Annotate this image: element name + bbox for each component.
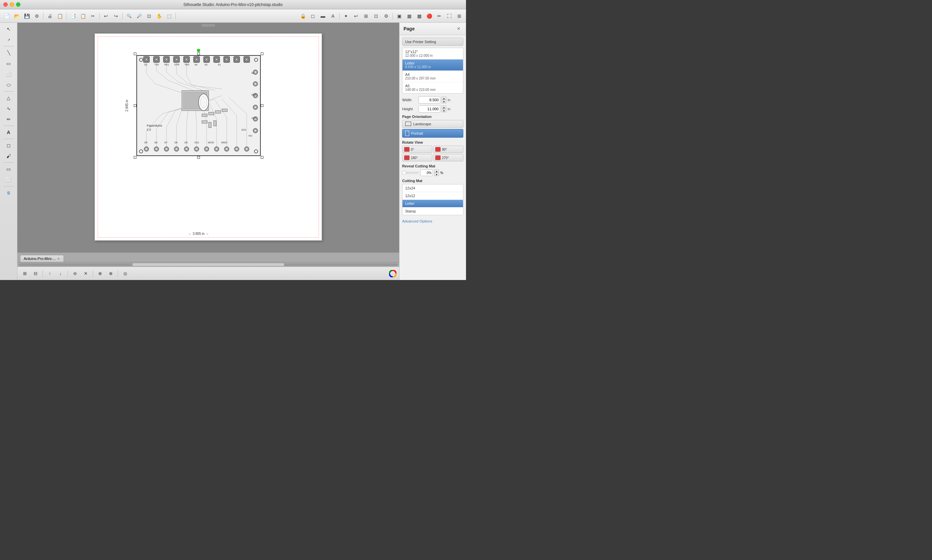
zoom-out-btn[interactable]: 🔎 — [134, 11, 144, 21]
node2-btn[interactable]: ⊞ — [361, 11, 371, 21]
width-input[interactable] — [419, 96, 440, 103]
node-btn[interactable]: ✦ — [341, 11, 351, 21]
node-tool[interactable]: ↗ — [3, 35, 15, 45]
undo-btn[interactable]: ↩ — [101, 11, 111, 21]
paint-tool[interactable]: 🖌 — [3, 151, 15, 161]
zoom-in-btn[interactable]: 🔍 — [124, 11, 134, 21]
boolean-subtract-btn[interactable]: ⊖ — [70, 269, 80, 278]
minimize-button[interactable] — [10, 2, 14, 7]
fill-btn[interactable]: ◻ — [308, 11, 317, 21]
bring-front-btn[interactable]: ↑ — [45, 269, 54, 278]
sel-handle-ml[interactable] — [134, 104, 136, 107]
open-btn[interactable]: 📂 — [12, 11, 22, 21]
page-size-a5[interactable]: A5 148.00 x 210.00 mm — [402, 82, 463, 93]
layer2-btn[interactable]: ▦ — [405, 11, 414, 21]
mat-12x24[interactable]: 12x24 — [402, 185, 463, 192]
sel-handle-tr[interactable] — [261, 52, 263, 55]
close-button[interactable] — [3, 2, 8, 7]
rotate-0-btn[interactable]: 0° — [402, 146, 432, 153]
tab-close-btn[interactable]: × — [57, 257, 60, 261]
width-down-btn[interactable]: ▼ — [442, 100, 446, 103]
new-btn[interactable]: 📄 — [2, 11, 11, 21]
height-input[interactable] — [419, 105, 440, 112]
undo2-btn[interactable]: ↩ — [351, 11, 361, 21]
send-back-btn[interactable]: ↓ — [56, 269, 65, 278]
stroke-btn[interactable]: ▬ — [318, 11, 328, 21]
sel-handle-bl[interactable] — [134, 156, 136, 159]
color-wheel[interactable] — [389, 270, 396, 277]
line-tool[interactable]: ╲ — [3, 48, 15, 58]
h-scrollbar-thumb[interactable] — [132, 263, 284, 266]
reveal-down-btn[interactable]: ▼ — [434, 173, 439, 176]
rect-tool[interactable]: ▭ — [3, 58, 15, 69]
layer3-btn[interactable]: ▩ — [414, 11, 424, 21]
sel-handle-tm[interactable] — [197, 52, 200, 55]
mat-letter[interactable]: Letter — [402, 200, 463, 208]
panel-close-btn[interactable]: × — [455, 25, 462, 32]
color-btn[interactable]: 🔴 — [425, 11, 434, 21]
canvas-scroll[interactable]: 2.945 in — [17, 27, 399, 252]
height-down-btn[interactable]: ▼ — [442, 109, 446, 112]
polygon-tool[interactable]: △ — [3, 93, 15, 103]
sel-handle-tl[interactable] — [134, 52, 136, 55]
media2-tool[interactable]: ⬜ — [3, 175, 15, 185]
page-size-12x12[interactable]: 12"x12" 12.000 x 12.000 in — [402, 48, 463, 60]
pen-btn[interactable]: ✏ — [434, 11, 444, 21]
grid-btn[interactable]: ⊞ — [454, 11, 464, 21]
silhouette-tool[interactable]: S — [3, 188, 15, 198]
cut-btn[interactable]: ✂ — [88, 11, 98, 21]
rotate-180-btn[interactable]: 180° — [402, 154, 432, 162]
use-printer-btn[interactable]: Use Printer Setting — [402, 38, 463, 46]
settings-btn[interactable]: ⚙ — [32, 11, 42, 21]
align-btn[interactable]: ⚙ — [381, 11, 391, 21]
rounded-rect-tool[interactable]: ⬜ — [3, 69, 15, 79]
zoom-fit-btn[interactable]: ⊡ — [145, 11, 154, 21]
group1-btn[interactable]: ⊞ — [20, 269, 29, 278]
text-tool[interactable]: A — [3, 127, 15, 137]
sel-handle-br[interactable] — [261, 156, 263, 159]
frame-btn[interactable]: ⬚ — [165, 11, 174, 21]
redo-btn[interactable]: ↪ — [111, 11, 121, 21]
pull-handle[interactable] — [202, 24, 215, 27]
pan-btn[interactable]: ✋ — [154, 11, 164, 21]
copy-btn[interactable]: 📑 — [68, 11, 77, 21]
select-tool[interactable]: ↖ — [3, 24, 15, 34]
mat-12x12[interactable]: 12x12 — [402, 192, 463, 200]
pencil-tool[interactable]: ✏ — [3, 114, 15, 124]
print2-btn[interactable]: 📋 — [55, 11, 65, 21]
advanced-options-link[interactable]: Advanced Options — [402, 218, 463, 225]
mat-stamp[interactable]: Stamp — [402, 208, 463, 215]
target-btn[interactable]: ◎ — [120, 269, 130, 278]
fullscreen-btn[interactable]: ⛶ — [445, 11, 454, 21]
reveal-slider-thumb[interactable] — [402, 171, 406, 175]
ellipse-tool[interactable]: ⬭ — [3, 80, 15, 90]
pcb-container[interactable]: D1 TX0 RX1 DTR TRS A4 A3 A1 A0 GND VCC — [135, 54, 262, 157]
rotate-90-btn[interactable]: 90° — [433, 146, 463, 153]
portrait-btn[interactable]: Portrait — [402, 129, 463, 138]
h-scrollbar[interactable] — [19, 263, 398, 266]
page-size-a4[interactable]: A4 210.00 x 297.00 mm — [402, 71, 463, 82]
text-btn[interactable]: A — [328, 11, 337, 21]
save-btn[interactable]: 💾 — [22, 11, 31, 21]
reveal-input[interactable] — [420, 169, 433, 176]
media-tool[interactable]: ▭ — [3, 164, 15, 174]
eraser-tool[interactable]: ◻ — [3, 140, 15, 150]
width-up-btn[interactable]: ▲ — [442, 97, 446, 100]
landscape-btn[interactable]: Landscape — [402, 120, 463, 128]
page-size-letter[interactable]: Letter 8.500 x 11.000 in — [402, 60, 463, 71]
print-btn[interactable]: 🖨 — [45, 11, 54, 21]
weld-btn[interactable]: ⊕ — [95, 269, 105, 278]
compound-btn[interactable]: ⊗ — [106, 269, 116, 278]
delete-btn[interactable]: ✕ — [81, 269, 90, 278]
document-tab[interactable]: Arduino-Pro-Mini-... × — [20, 255, 64, 262]
height-up-btn[interactable]: ▲ — [442, 106, 446, 109]
group2-btn[interactable]: ⊟ — [31, 269, 40, 278]
sel-handle-bm[interactable] — [197, 156, 200, 159]
sel-handle-mr[interactable] — [261, 104, 263, 107]
reveal-slider[interactable] — [402, 172, 419, 174]
maximize-button[interactable] — [16, 2, 20, 7]
reveal-up-btn[interactable]: ▲ — [434, 169, 439, 173]
paste-btn[interactable]: 📋 — [78, 11, 88, 21]
rotate-270-btn[interactable]: 270° — [433, 154, 463, 162]
bezier-tool[interactable]: ∿ — [3, 103, 15, 114]
